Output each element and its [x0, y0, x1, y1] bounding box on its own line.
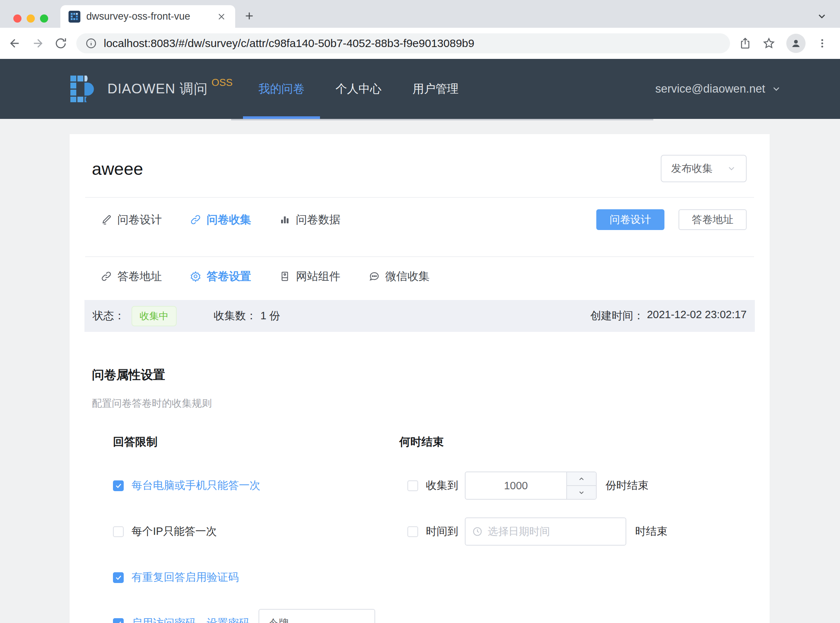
tab-label: 问卷设计	[117, 212, 162, 227]
page-background: aweee 发布收集 问卷设计 问卷收集	[0, 134, 840, 623]
tab-survey-design[interactable]: 问卷设计	[101, 212, 162, 227]
new-tab-button[interactable]	[242, 9, 257, 23]
link-icon	[101, 271, 112, 282]
site-info-icon[interactable]	[85, 37, 97, 49]
subtab-answer-url[interactable]: 答卷地址	[101, 269, 162, 284]
nav-item-user-management[interactable]: 用户管理	[397, 59, 474, 119]
settings-subheading: 配置问卷答卷时的收集规则	[92, 397, 747, 410]
publish-select-label: 发布收集	[671, 161, 713, 176]
browser-toolbar: localhost:8083/#/dw/survey/c/attr/c98fa1…	[0, 28, 840, 59]
chat-bubble-icon	[368, 271, 380, 282]
datetime-input[interactable]	[488, 526, 619, 537]
status-bar: 状态： 收集中 收集数： 1 份 创建时间： 2021-12-02 23:02:…	[84, 300, 755, 332]
bookmark-star-icon[interactable]	[763, 37, 775, 50]
rule-prefix[interactable]: 收集到	[426, 478, 458, 493]
settings-section: 问卷属性设置 配置问卷答卷时的收集规则 回答限制 每台电脑或手机只能答一次 每个…	[70, 367, 769, 623]
subtab-answer-settings[interactable]: 答卷设置	[190, 269, 251, 284]
minimize-window-button[interactable]	[27, 14, 35, 23]
created-label: 创建时间：	[590, 308, 644, 323]
checkbox-password[interactable]	[113, 618, 124, 623]
reload-button[interactable]	[52, 35, 69, 52]
nav-border	[231, 119, 653, 120]
checkbox-device-once[interactable]	[113, 480, 124, 491]
rule-prefix[interactable]: 时间到	[426, 524, 458, 539]
publish-select[interactable]: 发布收集	[661, 155, 746, 182]
traffic-lights	[13, 14, 48, 23]
check-icon	[115, 482, 122, 489]
tab-close-icon[interactable]	[216, 11, 227, 22]
subtab-site-widget[interactable]: 网站组件	[279, 269, 340, 284]
close-window-button[interactable]	[13, 14, 21, 23]
increment-button[interactable]	[567, 472, 596, 486]
checkbox-collect-quantity[interactable]	[408, 480, 418, 491]
nav-item-my-surveys[interactable]: 我的问卷	[243, 59, 320, 119]
subtab-wechat-collect[interactable]: 微信收集	[368, 269, 430, 284]
pencil-icon	[101, 214, 112, 225]
quantity-input[interactable]	[466, 472, 566, 499]
decrement-button[interactable]	[567, 486, 596, 499]
header-actions: 问卷设计 答卷地址	[596, 209, 746, 230]
option-captcha: 有重复回答启用验证码	[113, 563, 399, 592]
end-rules-column: 何时结束 收集到	[399, 434, 747, 623]
subtab-label: 网站组件	[296, 269, 340, 284]
main-nav: 我的问卷 个人中心 用户管理	[243, 59, 474, 119]
datetime-picker[interactable]	[465, 517, 626, 546]
option-label[interactable]: 每台电脑或手机只能答一次	[132, 478, 261, 493]
answer-limit-title: 回答限制	[113, 434, 399, 450]
checkbox-captcha[interactable]	[113, 572, 124, 583]
tab-survey-collect[interactable]: 问卷收集	[190, 212, 251, 227]
created-time: 创建时间： 2021-12-02 23:02:17	[590, 308, 746, 323]
subtab-label: 答卷设置	[207, 269, 251, 284]
stepper-controls	[566, 472, 596, 499]
profile-avatar[interactable]	[786, 34, 806, 53]
subtab-label: 微信收集	[385, 269, 430, 284]
rule-suffix: 时结束	[635, 524, 667, 539]
collect-subtabs: 答卷地址 答卷设置 网站组件 微信收集	[70, 257, 769, 296]
count-value: 1 份	[261, 308, 280, 323]
tab-title: dwsurvey-oss-front-vue	[86, 11, 216, 22]
answer-url-button[interactable]: 答卷地址	[679, 209, 746, 230]
app-header: DIAOWEN 调问 OSS 我的问卷 个人中心 用户管理 service@di…	[0, 59, 840, 119]
zoom-window-button[interactable]	[40, 14, 48, 23]
rule-end-time: 时间到 时结束	[399, 517, 747, 546]
status-label: 状态：	[93, 308, 125, 323]
brand[interactable]: DIAOWEN 调问 OSS	[70, 75, 233, 103]
browser-tab[interactable]: dwsurvey-oss-front-vue	[60, 5, 235, 28]
gear-icon	[190, 271, 201, 282]
survey-card: aweee 发布收集 问卷设计 问卷收集	[70, 134, 769, 623]
browser-menu-icon[interactable]	[817, 38, 828, 49]
checkbox-end-time[interactable]	[408, 526, 418, 537]
rule-suffix: 份时结束	[605, 478, 648, 493]
checkbox-ip-once[interactable]	[113, 526, 124, 537]
share-icon[interactable]	[739, 37, 751, 50]
quantity-stepper	[465, 471, 597, 500]
option-password: 启用访问密码，设置密码	[113, 609, 399, 623]
password-input[interactable]	[259, 609, 375, 623]
tab-list-chevron-icon[interactable]	[816, 11, 828, 22]
forward-button[interactable]	[30, 35, 46, 52]
survey-design-button[interactable]: 问卷设计	[596, 209, 664, 230]
url-bar[interactable]: localhost:8083/#/dw/survey/c/attr/c98fa1…	[76, 33, 730, 53]
chevron-down-icon	[578, 489, 585, 496]
survey-title: aweee	[92, 158, 143, 179]
option-label[interactable]: 每个IP只能答一次	[132, 524, 217, 539]
option-label[interactable]: 启用访问密码，设置密码	[132, 616, 250, 623]
nav-item-personal-center[interactable]: 个人中心	[320, 59, 397, 119]
check-icon	[115, 574, 122, 581]
favicon	[69, 11, 80, 23]
survey-tabs: 问卷设计 问卷收集 问卷数据 问卷设计 答卷地址	[70, 198, 769, 241]
option-label[interactable]: 有重复回答启用验证码	[132, 570, 239, 585]
user-email: service@diaowen.net	[655, 82, 765, 95]
option-device-once: 每台电脑或手机只能答一次	[113, 471, 399, 500]
status-badge: 收集中	[132, 306, 177, 326]
chevron-down-icon	[727, 164, 736, 173]
tab-survey-data[interactable]: 问卷数据	[279, 212, 340, 227]
card-header: aweee 发布收集	[70, 134, 769, 182]
end-rules-title: 何时结束	[399, 434, 747, 450]
back-button[interactable]	[7, 35, 23, 52]
subtab-label: 答卷地址	[117, 269, 162, 284]
chevron-down-icon	[771, 84, 782, 94]
user-menu[interactable]: service@diaowen.net	[655, 82, 782, 95]
brand-name: DIAOWEN 调问	[107, 80, 208, 98]
answer-limit-column: 回答限制 每台电脑或手机只能答一次 每个IP只能答一次	[113, 434, 399, 623]
